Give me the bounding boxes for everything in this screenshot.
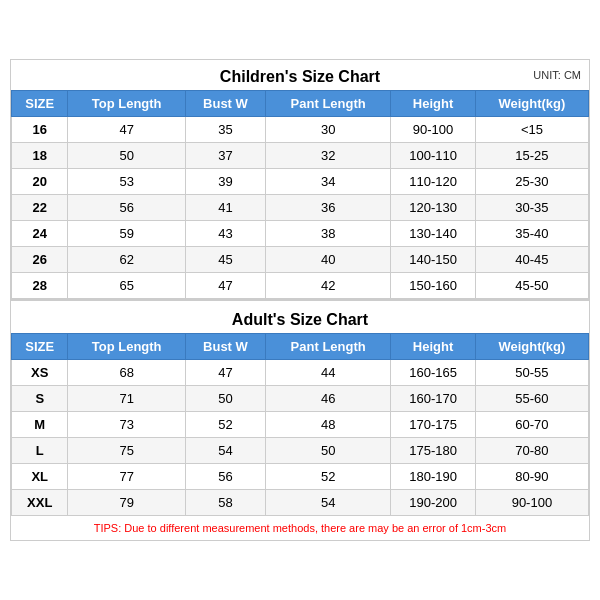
table-row: XXL795854190-20090-100 xyxy=(12,490,589,516)
table-cell: 50 xyxy=(68,143,185,169)
table-cell: 58 xyxy=(185,490,265,516)
table-cell: 46 xyxy=(266,386,391,412)
children-title: Children's Size Chart UNIT: CM xyxy=(11,60,589,90)
table-cell: 44 xyxy=(266,360,391,386)
table-row: XL775652180-19080-90 xyxy=(12,464,589,490)
table-cell: 71 xyxy=(68,386,185,412)
table-cell: 39 xyxy=(185,169,265,195)
table-cell: 30-35 xyxy=(475,195,588,221)
table-cell: 38 xyxy=(266,221,391,247)
adults-title-text: Adult's Size Chart xyxy=(232,311,368,328)
table-row: 28654742150-16045-50 xyxy=(12,273,589,299)
children-col-weight: Weight(kg) xyxy=(475,91,588,117)
table-cell: 35-40 xyxy=(475,221,588,247)
table-row: M735248170-17560-70 xyxy=(12,412,589,438)
table-cell: 54 xyxy=(266,490,391,516)
children-col-height: Height xyxy=(391,91,476,117)
table-row: XS684744160-16550-55 xyxy=(12,360,589,386)
table-row: 24594338130-14035-40 xyxy=(12,221,589,247)
table-cell: 90-100 xyxy=(475,490,588,516)
table-cell: M xyxy=(12,412,68,438)
table-cell: <15 xyxy=(475,117,588,143)
table-cell: 26 xyxy=(12,247,68,273)
table-cell: 160-165 xyxy=(391,360,476,386)
table-cell: 68 xyxy=(68,360,185,386)
table-cell: 62 xyxy=(68,247,185,273)
table-cell: 52 xyxy=(185,412,265,438)
table-cell: 130-140 xyxy=(391,221,476,247)
table-cell: 65 xyxy=(68,273,185,299)
table-cell: 28 xyxy=(12,273,68,299)
table-cell: 75 xyxy=(68,438,185,464)
adults-col-pant-length: Pant Length xyxy=(266,334,391,360)
children-unit-label: UNIT: CM xyxy=(533,69,581,81)
table-row: 18503732100-11015-25 xyxy=(12,143,589,169)
children-col-size: SIZE xyxy=(12,91,68,117)
table-cell: 42 xyxy=(266,273,391,299)
table-cell: XS xyxy=(12,360,68,386)
table-cell: 24 xyxy=(12,221,68,247)
table-cell: 56 xyxy=(68,195,185,221)
adults-col-weight: Weight(kg) xyxy=(475,334,588,360)
adults-col-height: Height xyxy=(391,334,476,360)
table-cell: 48 xyxy=(266,412,391,438)
table-cell: 40-45 xyxy=(475,247,588,273)
adults-col-bust-w: Bust W xyxy=(185,334,265,360)
table-cell: 175-180 xyxy=(391,438,476,464)
table-cell: 20 xyxy=(12,169,68,195)
table-row: S715046160-17055-60 xyxy=(12,386,589,412)
table-row: 1647353090-100<15 xyxy=(12,117,589,143)
table-row: 26624540140-15040-45 xyxy=(12,247,589,273)
children-title-text: Children's Size Chart xyxy=(220,68,380,85)
table-cell: XXL xyxy=(12,490,68,516)
adults-header-row: SIZE Top Length Bust W Pant Length Heigh… xyxy=(12,334,589,360)
table-cell: 160-170 xyxy=(391,386,476,412)
table-cell: 170-175 xyxy=(391,412,476,438)
table-cell: 77 xyxy=(68,464,185,490)
table-row: 20533934110-12025-30 xyxy=(12,169,589,195)
table-cell: 190-200 xyxy=(391,490,476,516)
table-cell: 60-70 xyxy=(475,412,588,438)
table-cell: 70-80 xyxy=(475,438,588,464)
table-cell: 37 xyxy=(185,143,265,169)
table-cell: XL xyxy=(12,464,68,490)
table-cell: 47 xyxy=(185,273,265,299)
table-cell: 53 xyxy=(68,169,185,195)
tips-text: TIPS: Due to different measurement metho… xyxy=(11,516,589,540)
table-cell: 36 xyxy=(266,195,391,221)
table-row: 22564136120-13030-35 xyxy=(12,195,589,221)
table-cell: 22 xyxy=(12,195,68,221)
children-col-pant-length: Pant Length xyxy=(266,91,391,117)
adults-col-size: SIZE xyxy=(12,334,68,360)
table-cell: 90-100 xyxy=(391,117,476,143)
table-cell: 54 xyxy=(185,438,265,464)
table-cell: 50 xyxy=(185,386,265,412)
children-col-bust-w: Bust W xyxy=(185,91,265,117)
table-cell: 100-110 xyxy=(391,143,476,169)
table-cell: 50-55 xyxy=(475,360,588,386)
adults-title: Adult's Size Chart xyxy=(11,303,589,333)
table-cell: 41 xyxy=(185,195,265,221)
table-cell: 40 xyxy=(266,247,391,273)
table-cell: 43 xyxy=(185,221,265,247)
table-cell: 15-25 xyxy=(475,143,588,169)
table-cell: 110-120 xyxy=(391,169,476,195)
table-cell: 25-30 xyxy=(475,169,588,195)
table-cell: 56 xyxy=(185,464,265,490)
adults-table: SIZE Top Length Bust W Pant Length Heigh… xyxy=(11,333,589,516)
table-cell: 73 xyxy=(68,412,185,438)
table-cell: 34 xyxy=(266,169,391,195)
children-table: SIZE Top Length Bust W Pant Length Heigh… xyxy=(11,90,589,299)
table-cell: 55-60 xyxy=(475,386,588,412)
table-cell: 180-190 xyxy=(391,464,476,490)
table-cell: 16 xyxy=(12,117,68,143)
table-cell: 50 xyxy=(266,438,391,464)
table-cell: 45 xyxy=(185,247,265,273)
table-cell: 47 xyxy=(185,360,265,386)
table-cell: 140-150 xyxy=(391,247,476,273)
table-row: L755450175-18070-80 xyxy=(12,438,589,464)
table-cell: 30 xyxy=(266,117,391,143)
children-header-row: SIZE Top Length Bust W Pant Length Heigh… xyxy=(12,91,589,117)
children-col-top-length: Top Length xyxy=(68,91,185,117)
table-cell: 35 xyxy=(185,117,265,143)
